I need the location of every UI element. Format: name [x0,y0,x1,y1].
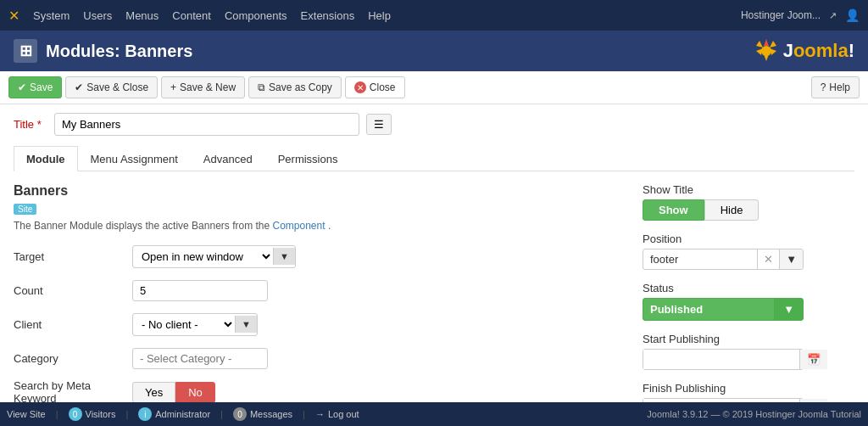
module-description: The Banner Module displays the active Ba… [14,220,617,232]
client-select-wrap: - No client - ▼ [132,313,258,336]
divider-2: | [125,409,128,419]
two-col-layout: Banners Site The Banner Module displays … [14,183,854,426]
toolbar: ✔ Save ✔ Save & Close + Save & New ⧉ Sav… [0,71,868,104]
joomla-logo: Joomla! [753,37,854,64]
save-copy-icon: ⧉ [258,81,265,93]
header-bar: ⊞ Modules: Banners Joomla! [0,31,868,71]
main-content: Title * ☰ Module Menu Assignment Advance… [0,104,868,426]
position-arrow-icon[interactable]: ▼ [779,249,803,269]
target-select[interactable]: Open in new window Open in parent window… [133,246,273,267]
save-copy-button[interactable]: ⧉ Save as Copy [248,76,342,98]
category-row: Category [14,345,617,371]
no-button[interactable]: No [175,382,215,403]
tab-module[interactable]: Module [14,146,78,171]
right-column: Show Title Show Hide Position footer ✕ ▼… [634,183,854,426]
user-icon[interactable]: 👤 [845,8,860,22]
nav-menus[interactable]: Menus [125,9,159,22]
help-icon: ? [821,81,826,93]
save-copy-label: Save as Copy [269,81,332,93]
left-column: Banners Site The Banner Module displays … [14,183,634,426]
svg-point-0 [761,46,771,56]
visitors-item[interactable]: 0 Visitors [69,407,116,421]
count-row: Count [14,277,617,303]
save-new-button[interactable]: + Save & New [161,76,245,98]
close-label: Close [370,81,396,93]
top-nav-right: Hostinger Joom... ↗ 👤 [741,8,860,22]
close-x-icon: ✕ [354,81,366,93]
desc-text-1: The Banner Module displays the active Ba… [14,220,270,232]
show-button[interactable]: Show [643,199,704,221]
tab-menu-assignment[interactable]: Menu Assignment [78,146,191,171]
search-meta-row: Search by Meta Keyword Yes No [14,379,617,405]
target-dropdown-arrow[interactable]: ▼ [273,248,295,265]
target-row: Target Open in new window Open in parent… [14,244,617,269]
logout-label: Log out [328,409,359,419]
nav-system[interactable]: System [33,9,70,22]
divider-4: | [303,409,305,419]
client-label: Client [14,318,132,331]
tabs: Module Menu Assignment Advanced Permissi… [14,146,854,171]
nav-help[interactable]: Help [368,9,391,22]
status-dropdown-arrow[interactable]: ▼ [774,299,803,320]
save-close-button[interactable]: ✔ Save & Close [65,76,158,98]
start-publishing-label: Start Publishing [643,333,854,345]
admin-label: Administrator [155,409,210,419]
nav-extensions[interactable]: Extensions [301,9,355,22]
yes-button[interactable]: Yes [132,382,175,403]
nav-components[interactable]: Components [225,9,287,22]
title-input[interactable] [54,113,359,136]
component-link[interactable]: Component [273,220,326,232]
close-button[interactable]: ✕ Close [345,76,405,98]
category-label: Category [14,352,132,365]
position-group: Position footer ✕ ▼ [643,233,854,270]
help-button[interactable]: ? Help [811,76,860,98]
divider-3: | [220,409,223,419]
start-publishing-wrap: 📅 [643,349,804,370]
start-publishing-calendar-icon[interactable]: 📅 [799,350,827,369]
logout-arrow-icon: → [315,409,325,419]
save-check-icon: ✔ [18,81,26,93]
finish-publishing-label: Finish Publishing [643,382,854,395]
module-heading: Banners [14,183,617,199]
site-badge: Site [14,204,36,215]
admin-item[interactable]: i Administrator [138,407,210,421]
visitors-count-badge: 0 [69,407,82,421]
title-toggle-button[interactable]: ☰ [366,114,392,135]
count-input[interactable] [132,280,268,301]
messages-count-badge: 0 [233,407,247,421]
status-value: Published [643,299,774,320]
search-meta-label: Search by Meta Keyword [14,379,132,405]
status-label: Status [643,282,854,294]
position-label: Position [643,233,854,245]
divider-1: | [56,409,58,419]
show-title-label: Show Title [643,183,854,196]
external-link-icon[interactable]: ↗ [829,10,837,21]
save-button[interactable]: ✔ Save [8,76,62,98]
page-title: Modules: Banners [46,42,192,61]
status-group: Status Published ▼ [643,282,854,321]
show-title-group: Show Title Show Hide [643,183,854,221]
category-input[interactable] [132,348,268,369]
view-site-item[interactable]: View Site [7,409,46,419]
version-info: Joomla! 3.9.12 — © 2019 Hostinger Joomla… [647,409,861,419]
hide-button[interactable]: Hide [704,199,760,221]
joomla-star-icon [753,37,780,64]
count-label: Count [14,284,132,297]
title-label: Title * [14,118,47,131]
status-select-wrap: Published ▼ [643,298,804,321]
position-clear-icon[interactable]: ✕ [757,249,779,269]
client-dropdown-arrow[interactable]: ▼ [235,316,257,333]
client-select[interactable]: - No client - [133,314,235,335]
messages-item[interactable]: 0 Messages [233,407,292,421]
client-row: Client - No client - ▼ [14,311,617,337]
messages-label: Messages [250,409,292,419]
tab-permissions[interactable]: Permissions [265,146,351,171]
nav-menu: ✕ System Users Menus Content Components … [8,8,391,24]
start-publishing-input[interactable] [643,350,799,369]
tab-advanced[interactable]: Advanced [191,146,265,171]
nav-content[interactable]: Content [172,9,211,22]
view-site-label: View Site [7,409,46,419]
logout-item[interactable]: → Log out [315,409,359,419]
save-label: Save [30,81,53,93]
nav-users[interactable]: Users [83,9,112,22]
